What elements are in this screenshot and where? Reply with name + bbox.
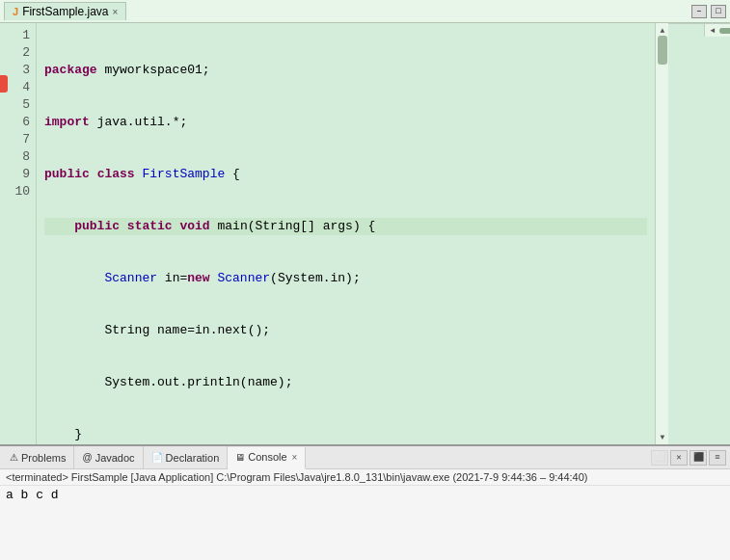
minimize-button[interactable]: – [691,5,707,18]
problems-icon: ⚠ [10,452,18,463]
code-line-1: package myworkspace01; [44,62,647,79]
terminate-button[interactable]: ✕ [670,450,688,466]
editor-tab[interactable]: J FirstSample.java × [4,2,126,20]
code-line-5: Scanner in=new Scanner(System.in); [44,270,647,287]
scroll-left-arrow[interactable]: ◄ [707,25,717,36]
title-bar: J FirstSample.java × – □ [0,0,730,23]
code-line-6: String name=in.next(); [44,322,647,339]
console-output[interactable]: a b c d [0,486,730,560]
console-status: <terminated> FirstSample [Java Applicati… [0,469,730,486]
tab-problems-label: Problems [21,452,66,464]
code-editor[interactable]: package myworkspace01; import java.util.… [37,23,655,444]
h-scroll-content: ◄ ► [705,24,730,37]
scroll-up-arrow[interactable]: ▲ [658,25,666,36]
console-tab-close[interactable]: × [292,452,298,463]
tab-javadoc[interactable]: @ Javadoc [74,446,143,468]
tab-declaration[interactable]: 📄 Declaration [144,446,229,468]
h-scroll-thumb[interactable] [719,28,730,34]
editor-tab-close[interactable]: × [113,7,119,17]
scroll-down-arrow[interactable]: ▼ [658,432,666,442]
code-line-4: public static void main(String[] args) { [44,218,647,235]
tab-declaration-label: Declaration [166,452,220,464]
editor-area: 1 2 3 4 5 6 7 8 9 10 package myworkspace… [0,23,730,444]
tab-problems[interactable]: ⚠ Problems [2,446,74,468]
code-line-3: public class FirstSample { [44,166,647,183]
horizontal-scrollbar[interactable]: ◄ ► [668,23,730,37]
stop-button[interactable]: ⬛ [689,450,707,466]
scroll-spacer [668,24,705,37]
console-actions: ⬜ ✕ ⬛ ≡ [651,450,728,466]
code-line-2: import java.util.*; [44,114,647,131]
declaration-icon: 📄 [151,452,163,463]
maximize-button[interactable]: □ [711,5,726,18]
scrollbar-thumb[interactable] [658,36,667,65]
line-numbers: 1 2 3 4 5 6 7 8 9 10 [8,23,37,444]
javadoc-icon: @ [82,452,92,463]
console-output-text: a b c d [6,488,59,502]
console-menu-button[interactable]: ≡ [709,450,726,466]
tab-javadoc-label: Javadoc [95,452,135,464]
tab-console-label: Console [248,451,286,463]
console-icon: 🖥 [235,452,245,463]
code-line-7: System.out.println(name); [44,374,647,391]
clear-console-button[interactable]: ⬜ [651,450,668,466]
window-controls: – □ [691,5,726,18]
vertical-scrollbar[interactable]: ▲ ▼ [655,23,668,444]
tab-console[interactable]: 🖥 Console × [228,447,306,469]
breakpoint-area [0,23,8,444]
editor-tab-label: FirstSample.java [22,5,108,18]
java-file-icon: J [13,6,18,17]
code-line-8: } [44,426,647,443]
breakpoint-marker[interactable] [0,75,8,93]
bottom-tabs-bar: ⚠ Problems @ Javadoc 📄 Declaration 🖥 Con… [0,446,730,469]
bottom-panel: ⚠ Problems @ Javadoc 📄 Declaration 🖥 Con… [0,444,730,560]
